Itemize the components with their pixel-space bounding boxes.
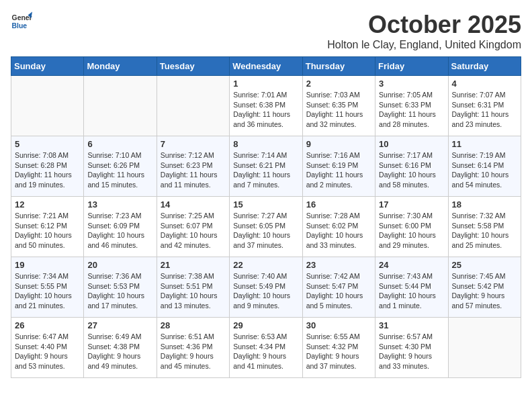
day-info: Sunrise: 6:51 AM Sunset: 4:36 PM Dayligh… (161, 332, 226, 371)
table-row (11, 76, 84, 136)
day-info: Sunrise: 7:08 AM Sunset: 6:28 PM Dayligh… (15, 150, 80, 190)
calendar-week-5: 26Sunrise: 6:47 AM Sunset: 4:40 PM Dayli… (11, 318, 521, 378)
day-number: 20 (87, 260, 152, 270)
day-number: 6 (87, 139, 152, 149)
day-info: Sunrise: 7:32 AM Sunset: 5:58 PM Dayligh… (452, 211, 517, 250)
day-number: 31 (379, 320, 444, 330)
day-number: 18 (452, 199, 517, 210)
day-number: 14 (161, 199, 226, 210)
day-info: Sunrise: 7:28 AM Sunset: 6:02 PM Dayligh… (306, 211, 371, 250)
day-info: Sunrise: 7:07 AM Sunset: 6:31 PM Dayligh… (452, 90, 517, 130)
day-number: 29 (233, 320, 298, 330)
table-row: 31Sunrise: 6:57 AM Sunset: 4:30 PM Dayli… (375, 318, 448, 378)
page-header: General Blue October 2025 Holton le Clay… (11, 11, 521, 51)
table-row: 18Sunrise: 7:32 AM Sunset: 5:58 PM Dayli… (448, 197, 521, 257)
table-row: 4Sunrise: 7:07 AM Sunset: 6:31 PM Daylig… (448, 76, 521, 136)
header-row: Sunday Monday Tuesday Wednesday Thursday… (11, 57, 521, 76)
day-number: 7 (161, 139, 226, 149)
table-row: 9Sunrise: 7:16 AM Sunset: 6:19 PM Daylig… (302, 136, 375, 197)
day-number: 30 (306, 320, 371, 330)
table-row: 3Sunrise: 7:05 AM Sunset: 6:33 PM Daylig… (375, 76, 448, 136)
month-title: October 2025 (327, 11, 521, 39)
col-tuesday: Tuesday (157, 57, 229, 76)
day-number: 23 (306, 260, 371, 270)
day-info: Sunrise: 7:19 AM Sunset: 6:14 PM Dayligh… (452, 150, 517, 190)
day-info: Sunrise: 6:47 AM Sunset: 4:40 PM Dayligh… (15, 332, 80, 371)
day-number: 2 (306, 79, 371, 89)
day-number: 5 (15, 139, 80, 149)
day-info: Sunrise: 7:45 AM Sunset: 5:42 PM Dayligh… (452, 271, 517, 311)
col-sunday: Sunday (11, 57, 84, 76)
day-number: 26 (15, 320, 80, 330)
table-row: 5Sunrise: 7:08 AM Sunset: 6:28 PM Daylig… (11, 136, 84, 197)
day-info: Sunrise: 7:34 AM Sunset: 5:55 PM Dayligh… (15, 271, 80, 311)
col-monday: Monday (84, 57, 157, 76)
table-row: 6Sunrise: 7:10 AM Sunset: 6:26 PM Daylig… (84, 136, 157, 197)
day-number: 17 (379, 199, 444, 210)
table-row: 25Sunrise: 7:45 AM Sunset: 5:42 PM Dayli… (448, 257, 521, 318)
day-info: Sunrise: 7:16 AM Sunset: 6:19 PM Dayligh… (306, 150, 371, 190)
table-row: 2Sunrise: 7:03 AM Sunset: 6:35 PM Daylig… (302, 76, 375, 136)
day-number: 10 (379, 139, 444, 149)
table-row: 29Sunrise: 6:53 AM Sunset: 4:34 PM Dayli… (230, 318, 302, 378)
table-row: 27Sunrise: 6:49 AM Sunset: 4:38 PM Dayli… (84, 318, 157, 378)
day-info: Sunrise: 6:49 AM Sunset: 4:38 PM Dayligh… (87, 332, 152, 371)
day-info: Sunrise: 7:25 AM Sunset: 6:07 PM Dayligh… (161, 211, 226, 250)
logo-icon: General Blue (11, 11, 32, 32)
table-row: 15Sunrise: 7:27 AM Sunset: 6:05 PM Dayli… (230, 197, 302, 257)
table-row: 19Sunrise: 7:34 AM Sunset: 5:55 PM Dayli… (11, 257, 84, 318)
day-info: Sunrise: 7:27 AM Sunset: 6:05 PM Dayligh… (233, 211, 298, 250)
col-friday: Friday (375, 57, 448, 76)
calendar-week-2: 5Sunrise: 7:08 AM Sunset: 6:28 PM Daylig… (11, 136, 521, 197)
day-info: Sunrise: 7:05 AM Sunset: 6:33 PM Dayligh… (379, 90, 444, 130)
table-row: 16Sunrise: 7:28 AM Sunset: 6:02 PM Dayli… (302, 197, 375, 257)
day-number: 13 (87, 199, 152, 210)
day-number: 15 (233, 199, 298, 210)
table-row: 8Sunrise: 7:14 AM Sunset: 6:21 PM Daylig… (230, 136, 302, 197)
day-number: 22 (233, 260, 298, 270)
table-row (84, 76, 157, 136)
day-number: 3 (379, 79, 444, 89)
table-row: 1Sunrise: 7:01 AM Sunset: 6:38 PM Daylig… (230, 76, 302, 136)
logo: General Blue (11, 11, 32, 32)
svg-text:Blue: Blue (12, 22, 28, 30)
col-saturday: Saturday (448, 57, 521, 76)
calendar-week-1: 1Sunrise: 7:01 AM Sunset: 6:38 PM Daylig… (11, 76, 521, 136)
day-number: 25 (452, 260, 517, 270)
table-row: 24Sunrise: 7:43 AM Sunset: 5:44 PM Dayli… (375, 257, 448, 318)
table-row: 7Sunrise: 7:12 AM Sunset: 6:23 PM Daylig… (157, 136, 229, 197)
table-row (448, 318, 521, 378)
day-info: Sunrise: 7:42 AM Sunset: 5:47 PM Dayligh… (306, 271, 371, 311)
calendar-table: Sunday Monday Tuesday Wednesday Thursday… (11, 56, 521, 378)
table-row: 10Sunrise: 7:17 AM Sunset: 6:16 PM Dayli… (375, 136, 448, 197)
day-info: Sunrise: 7:43 AM Sunset: 5:44 PM Dayligh… (379, 271, 444, 311)
table-row: 13Sunrise: 7:23 AM Sunset: 6:09 PM Dayli… (84, 197, 157, 257)
day-number: 21 (161, 260, 226, 270)
table-row: 20Sunrise: 7:36 AM Sunset: 5:53 PM Dayli… (84, 257, 157, 318)
day-info: Sunrise: 6:55 AM Sunset: 4:32 PM Dayligh… (306, 332, 371, 371)
day-number: 27 (87, 320, 152, 330)
title-section: October 2025 Holton le Clay, England, Un… (327, 11, 521, 51)
day-info: Sunrise: 7:23 AM Sunset: 6:09 PM Dayligh… (87, 211, 152, 250)
table-row: 23Sunrise: 7:42 AM Sunset: 5:47 PM Dayli… (302, 257, 375, 318)
day-info: Sunrise: 7:17 AM Sunset: 6:16 PM Dayligh… (379, 150, 444, 190)
day-info: Sunrise: 7:36 AM Sunset: 5:53 PM Dayligh… (87, 271, 152, 311)
table-row: 14Sunrise: 7:25 AM Sunset: 6:07 PM Dayli… (157, 197, 229, 257)
day-info: Sunrise: 7:03 AM Sunset: 6:35 PM Dayligh… (306, 90, 371, 130)
table-row: 17Sunrise: 7:30 AM Sunset: 6:00 PM Dayli… (375, 197, 448, 257)
day-info: Sunrise: 7:30 AM Sunset: 6:00 PM Dayligh… (379, 211, 444, 250)
table-row: 22Sunrise: 7:40 AM Sunset: 5:49 PM Dayli… (230, 257, 302, 318)
day-number: 12 (15, 199, 80, 210)
day-info: Sunrise: 7:14 AM Sunset: 6:21 PM Dayligh… (233, 150, 298, 190)
day-info: Sunrise: 7:40 AM Sunset: 5:49 PM Dayligh… (233, 271, 298, 311)
table-row: 11Sunrise: 7:19 AM Sunset: 6:14 PM Dayli… (448, 136, 521, 197)
location-title: Holton le Clay, England, United Kingdom (327, 39, 521, 51)
day-info: Sunrise: 7:38 AM Sunset: 5:51 PM Dayligh… (161, 271, 226, 311)
day-number: 8 (233, 139, 298, 149)
table-row: 28Sunrise: 6:51 AM Sunset: 4:36 PM Dayli… (157, 318, 229, 378)
day-info: Sunrise: 7:10 AM Sunset: 6:26 PM Dayligh… (87, 150, 152, 190)
table-row: 12Sunrise: 7:21 AM Sunset: 6:12 PM Dayli… (11, 197, 84, 257)
table-row: 21Sunrise: 7:38 AM Sunset: 5:51 PM Dayli… (157, 257, 229, 318)
day-info: Sunrise: 6:53 AM Sunset: 4:34 PM Dayligh… (233, 332, 298, 371)
day-number: 4 (452, 79, 517, 89)
